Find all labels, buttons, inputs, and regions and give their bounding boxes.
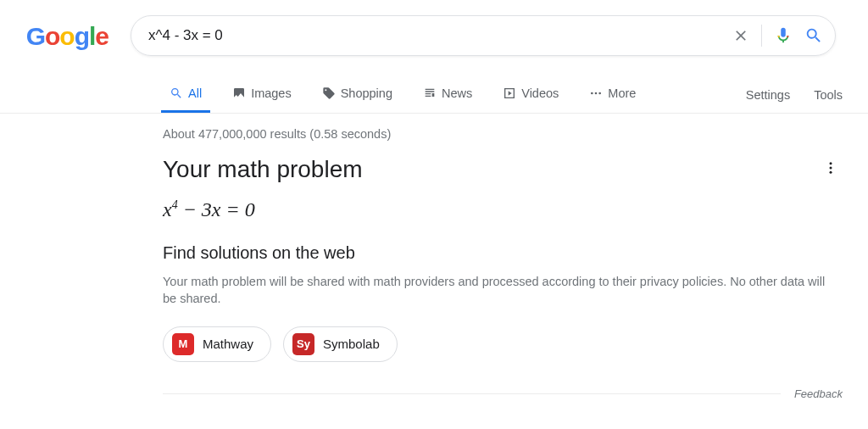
tab-label: More	[608, 86, 636, 100]
provider-label: Symbolab	[323, 337, 380, 351]
more-options-icon[interactable]	[821, 158, 841, 178]
provider-symbolab[interactable]: Sy Symbolab	[283, 326, 398, 362]
tab-more[interactable]: More	[581, 75, 644, 113]
math-card-title: Your math problem	[163, 156, 843, 183]
result-stats: About 477,000,000 results (0.58 seconds)	[163, 127, 843, 141]
provider-chips: M Mathway Sy Symbolab	[163, 326, 843, 362]
search-bar	[131, 15, 836, 56]
search-icon[interactable]	[804, 26, 823, 45]
svg-point-0	[591, 92, 593, 95]
tab-news[interactable]: News	[415, 75, 481, 113]
tabs-bar: All Images Shopping News Videos More Set…	[0, 75, 868, 113]
tab-images[interactable]: Images	[224, 75, 300, 113]
math-card-subtitle: Find solutions on the web	[163, 243, 843, 263]
tab-shopping[interactable]: Shopping	[314, 75, 401, 113]
svg-point-2	[599, 92, 602, 95]
tab-all[interactable]: All	[161, 75, 210, 113]
tab-label: Shopping	[341, 86, 392, 100]
tab-label: Videos	[521, 86, 559, 100]
tab-label: All	[188, 86, 202, 100]
tools-link[interactable]: Tools	[814, 88, 843, 102]
divider	[761, 25, 762, 47]
svg-point-4	[830, 167, 832, 170]
math-equation: x4 − 3x = 0	[163, 198, 843, 221]
feedback-link[interactable]: Feedback	[781, 387, 843, 400]
math-disclaimer: Your math problem will be shared with ma…	[163, 273, 832, 308]
svg-point-1	[595, 92, 598, 95]
tab-label: News	[442, 86, 472, 100]
math-card: Your math problem x4 − 3x = 0 Find solut…	[163, 156, 843, 400]
google-logo[interactable]: Google	[10, 15, 131, 51]
clear-icon[interactable]	[732, 27, 749, 44]
svg-point-5	[830, 171, 832, 174]
provider-mathway[interactable]: M Mathway	[163, 326, 271, 362]
tab-label: Images	[251, 86, 292, 100]
divider	[163, 393, 781, 394]
search-input[interactable]	[148, 27, 732, 44]
settings-link[interactable]: Settings	[746, 88, 790, 102]
symbolab-icon: Sy	[292, 333, 314, 355]
mathway-icon: M	[172, 333, 194, 355]
tab-videos[interactable]: Videos	[494, 75, 567, 113]
provider-label: Mathway	[203, 337, 253, 351]
mic-icon[interactable]	[774, 26, 793, 45]
svg-point-3	[830, 162, 832, 164]
